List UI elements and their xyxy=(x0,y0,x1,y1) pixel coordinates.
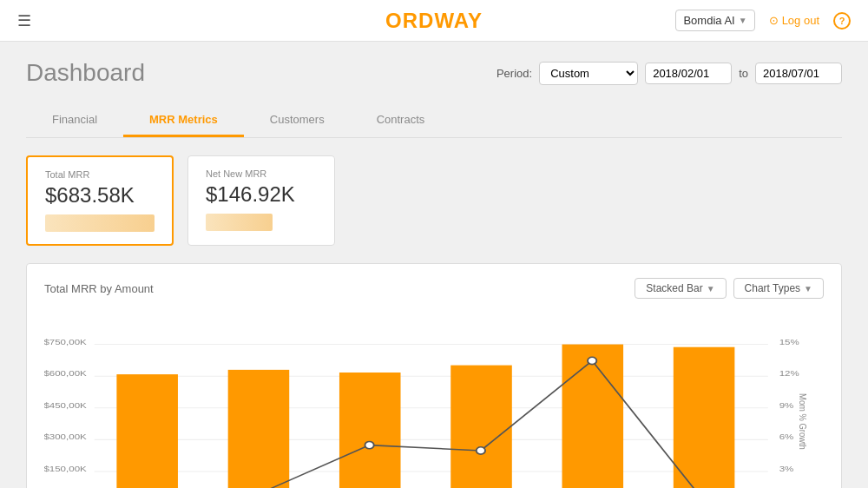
tab-mrr-metrics[interactable]: MRR Metrics xyxy=(123,104,244,137)
logout-button[interactable]: ⊙ Log out xyxy=(769,14,819,27)
total-mrr-value: $683.58K xyxy=(45,183,155,208)
dot-apr xyxy=(365,441,373,448)
bar-jun xyxy=(562,345,624,488)
tab-customers[interactable]: Customers xyxy=(244,104,351,137)
chart-wrapper: $0.00 $150,00K $300,00K $450,00K $600,00… xyxy=(44,313,824,488)
period-select[interactable]: Custom Last 30 Days Last 60 Days Last 90… xyxy=(539,62,638,85)
chart-types-label: Chart Types xyxy=(745,282,800,294)
date-from-input[interactable] xyxy=(645,63,732,84)
header-right: Bomdia AI ▼ ⊙ Log out ? xyxy=(675,10,851,31)
logout-icon: ⊙ xyxy=(769,14,779,27)
total-mrr-sparkline xyxy=(45,214,155,232)
period-controls: Period: Custom Last 30 Days Last 60 Days… xyxy=(496,62,842,85)
metric-card-net-new-mrr[interactable]: Net New MRR $146.92K xyxy=(187,155,335,246)
to-label: to xyxy=(739,67,748,80)
svg-text:12%: 12% xyxy=(779,368,799,378)
logout-label: Log out xyxy=(782,14,819,27)
metric-cards: Total MRR $683.58K Net New MRR $146.92K xyxy=(26,155,842,246)
svg-text:Mom % Growth: Mom % Growth xyxy=(798,393,809,450)
metric-card-total-mrr[interactable]: Total MRR $683.58K xyxy=(26,155,174,246)
help-icon: ? xyxy=(839,16,845,26)
tab-financial[interactable]: Financial xyxy=(26,104,123,137)
stacked-bar-label: Stacked Bar xyxy=(646,282,702,294)
help-button[interactable]: ? xyxy=(833,12,851,30)
bar-may xyxy=(450,366,512,488)
svg-text:$750,00K: $750,00K xyxy=(44,337,87,346)
chart-types-button[interactable]: Chart Types ▼ xyxy=(733,278,824,299)
menu-icon[interactable]: ☰ xyxy=(17,11,31,30)
workspace-label: Bomdia AI xyxy=(683,14,734,27)
net-new-mrr-sparkline xyxy=(206,214,273,231)
main-chart: $0.00 $150,00K $300,00K $450,00K $600,00… xyxy=(44,313,824,488)
main-content: Dashboard Period: Custom Last 30 Days La… xyxy=(0,42,868,488)
dot-may xyxy=(477,447,485,454)
period-label: Period: xyxy=(496,67,532,80)
tabs: Financial MRR Metrics Customers Contract… xyxy=(26,104,842,138)
header-left: ☰ xyxy=(17,11,31,30)
chart-section: Total MRR by Amount Stacked Bar ▼ Chart … xyxy=(26,263,842,488)
tab-contracts[interactable]: Contracts xyxy=(351,104,451,137)
workspace-dropdown-icon: ▼ xyxy=(739,16,747,25)
dot-jun xyxy=(588,357,596,364)
date-to-input[interactable] xyxy=(755,63,842,84)
bar-feb xyxy=(116,374,178,488)
svg-text:15%: 15% xyxy=(779,337,799,346)
bar-jul xyxy=(674,347,735,488)
svg-text:$600,00K: $600,00K xyxy=(44,368,87,378)
header: ☰ ORDWAY Bomdia AI ▼ ⊙ Log out ? xyxy=(0,0,868,42)
net-new-mrr-label: Net New MRR xyxy=(206,168,317,179)
page-header: Dashboard Period: Custom Last 30 Days La… xyxy=(26,59,842,87)
chart-header: Total MRR by Amount Stacked Bar ▼ Chart … xyxy=(44,278,824,299)
svg-text:3%: 3% xyxy=(779,464,794,473)
svg-text:$300,00K: $300,00K xyxy=(44,432,87,441)
svg-text:$150,00K: $150,00K xyxy=(44,464,87,473)
svg-text:$450,00K: $450,00K xyxy=(44,400,87,410)
svg-text:6%: 6% xyxy=(779,432,794,441)
svg-text:9%: 9% xyxy=(779,400,794,410)
chart-controls: Stacked Bar ▼ Chart Types ▼ xyxy=(635,278,824,299)
total-mrr-label: Total MRR xyxy=(45,169,155,180)
stacked-bar-button[interactable]: Stacked Bar ▼ xyxy=(635,278,726,299)
chart-types-dropdown-icon: ▼ xyxy=(804,284,812,293)
chart-title: Total MRR by Amount xyxy=(44,282,154,295)
stacked-bar-dropdown-icon: ▼ xyxy=(707,284,715,293)
net-new-mrr-value: $146.92K xyxy=(206,182,317,207)
bar-apr xyxy=(339,373,401,488)
page-title: Dashboard xyxy=(26,59,145,87)
bar-mar xyxy=(228,370,290,488)
logo: ORDWAY xyxy=(385,9,483,33)
workspace-selector[interactable]: Bomdia AI ▼ xyxy=(675,10,754,31)
